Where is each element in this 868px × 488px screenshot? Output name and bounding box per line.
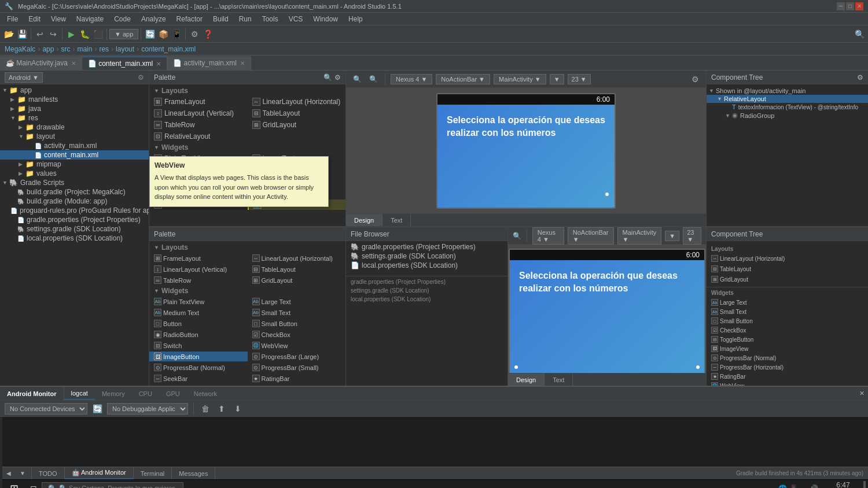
settings-btn[interactable]: ⚙	[689, 73, 701, 86]
toolbar-settings[interactable]: ⚙	[188, 28, 201, 40]
monitor-device-select[interactable]: No Connected Devices	[5, 403, 87, 415]
device-select-2[interactable]: Nexus 4 ▼	[532, 227, 564, 245]
monitor-refresh[interactable]: 🔄	[91, 402, 104, 415]
p2-switch[interactable]: ⊟Switch	[149, 341, 248, 350]
breadcrumb-item-4[interactable]: res	[99, 45, 109, 53]
tab-close-1[interactable]: ✕	[156, 61, 161, 67]
p2-ratingbar[interactable]: ★RatingBar	[248, 374, 346, 383]
tab-close-2[interactable]: ✕	[240, 60, 245, 66]
palette-item-tablelayout[interactable]: ⊟ TableLayout	[248, 108, 346, 119]
toolbar-help[interactable]: ❓	[201, 28, 214, 40]
p2-linearlayout-v[interactable]: ↕LinearLayout (Vertical)	[149, 264, 248, 274]
ct2-progressbar-h[interactable]: ─ProgressBar (Horizontal)	[707, 363, 868, 372]
menu-tools[interactable]: Tools	[258, 14, 283, 24]
fo-settings-gradle[interactable]: 🐘 settings.gradle (SDK Location)	[346, 252, 507, 261]
palette-item-framelayout[interactable]: ⊞ FrameLayout	[149, 97, 248, 107]
design-tab-b[interactable]: Design	[508, 374, 545, 386]
monitor-app-select[interactable]: No Debuggable Applic	[107, 403, 188, 415]
tree-item-proguard[interactable]: 📄 proguard-rules.pro (ProGuard Rules for…	[0, 206, 149, 215]
breadcrumb-item-6[interactable]: content_main.xml	[141, 45, 196, 53]
toolbar-open[interactable]: 📂	[2, 28, 15, 40]
menu-code[interactable]: Code	[109, 14, 135, 24]
tree-item-res[interactable]: ▼ 📁 res	[0, 113, 149, 123]
palette-item-relativelayout[interactable]: ⊡ RelativeLayout	[149, 131, 248, 142]
bottom-tab-todo[interactable]: TODO	[32, 467, 65, 479]
design-tab[interactable]: Design	[346, 214, 382, 227]
toolbar-undo[interactable]: ↩	[34, 28, 46, 40]
p2-tablelayout[interactable]: ⊟TableLayout	[248, 264, 346, 274]
toolbar-avd-manager[interactable]: 📱	[170, 28, 183, 40]
monitor-close[interactable]: ✕	[855, 387, 868, 400]
activity-select[interactable]: MainActivity ▼	[494, 74, 546, 84]
taskbar-icon-android[interactable]: 📱	[789, 485, 798, 489]
text-tab-b[interactable]: Text	[545, 374, 573, 386]
zoom-in-2[interactable]: 🔍	[513, 230, 521, 242]
menu-navigate[interactable]: Navigate	[72, 14, 108, 24]
p2-progressbar-large[interactable]: ⊙ProgressBar (Large)	[248, 352, 346, 361]
monitor-tab-logcat[interactable]: logcat	[64, 387, 95, 400]
bottom-tab-messages[interactable]: Messages	[172, 467, 215, 479]
monitor-tab-memory[interactable]: Memory	[95, 387, 132, 400]
ct2-togglebutton[interactable]: ⊟ToggleButton	[707, 335, 868, 344]
bottom-tab-android-monitor[interactable]: 🤖 Android Monitor	[65, 467, 134, 479]
tree-item-drawable[interactable]: ▶ 📁 drawable	[0, 123, 149, 132]
bottom-tab-terminal[interactable]: Terminal	[134, 467, 172, 479]
p2-checkbox[interactable]: ☑CheckBox	[248, 330, 346, 339]
tab-close-0[interactable]: ✕	[71, 60, 76, 66]
taskbar-icon-cloud[interactable]: ☁	[800, 485, 807, 489]
toolbar-search[interactable]: 🔍	[853, 28, 866, 40]
show-desktop[interactable]	[863, 481, 866, 489]
p2-imagebutton[interactable]: 🖼ImageButton	[149, 352, 248, 361]
project-gear[interactable]: ⚙	[138, 73, 144, 82]
maximize-btn[interactable]: □	[846, 2, 854, 10]
palette2-section-layouts-header[interactable]: ▼Layouts	[149, 242, 345, 253]
breadcrumb-item-5[interactable]: layout	[116, 45, 134, 53]
p2-progressbar-normal[interactable]: ⊙ProgressBar (Normal)	[149, 363, 248, 372]
tree-item-mipmap[interactable]: ▶ 📁 mipmap	[0, 160, 149, 169]
tab-activity-main[interactable]: 📄 activity_main.xml ✕	[167, 56, 251, 70]
menu-analyze[interactable]: Analyze	[137, 14, 171, 24]
ct2-imageview[interactable]: 🖼ImageView	[707, 344, 868, 353]
menu-help[interactable]: Help	[344, 14, 367, 24]
ct2-webview[interactable]: 🌐WebView	[707, 381, 868, 386]
menu-refactor[interactable]: Refactor	[172, 14, 207, 24]
palette-item-gridlayout[interactable]: ⊞ GridLayout	[248, 120, 346, 130]
start-button[interactable]: ⊞	[2, 481, 25, 489]
tree-item-manifests[interactable]: ▶ 📁 manifests	[0, 95, 149, 104]
ct2-linearlayout-h[interactable]: ↔LinearLayout (Horizontal)	[707, 254, 868, 263]
menu-window[interactable]: Window	[308, 14, 343, 24]
ct-gear[interactable]: ⚙	[857, 73, 863, 82]
breadcrumb-item-0[interactable]: MegaKalc	[5, 45, 35, 53]
palette-search-icon[interactable]: 🔍	[323, 73, 332, 82]
toolbar-debug[interactable]: 🐛	[78, 28, 91, 40]
ct2-tablelayout[interactable]: ⊟TableLayout	[707, 264, 868, 273]
minimize-btn[interactable]: ─	[837, 2, 845, 10]
palette-section-layouts-header[interactable]: ▼ Layouts	[149, 86, 345, 96]
android-view-select[interactable]: Android ▼	[5, 72, 43, 83]
tree-item-build-gradle-module[interactable]: 🐘 build.gradle (Module: app)	[0, 197, 149, 206]
ct2-small-button[interactable]: □Small Button	[707, 316, 868, 326]
p2-tablerow[interactable]: ═TableRow	[149, 275, 248, 285]
theme-select[interactable]: NoActionBar ▼	[436, 74, 490, 84]
palette-item-linearlayout-h[interactable]: ↔ LinearLayout (Horizontal)	[248, 97, 346, 107]
p2-button[interactable]: □Button	[149, 319, 248, 328]
tree-item-values[interactable]: ▶ 📁 values	[0, 169, 149, 178]
toolbar-stop[interactable]: ⬛	[91, 28, 104, 40]
bottom-toggle[interactable]: ▼	[16, 467, 29, 480]
text-tab[interactable]: Text	[382, 214, 411, 227]
p2-medium-text[interactable]: AbMedium Text	[149, 308, 248, 317]
monitor-tab-cpu[interactable]: CPU	[132, 387, 159, 400]
taskbar-icon-sound[interactable]: 🔊	[810, 485, 818, 489]
device-select[interactable]: Nexus 4 ▼	[391, 74, 432, 84]
breadcrumb-item-1[interactable]: app	[42, 45, 54, 53]
tree-item-local-props[interactable]: 📄 local.properties (SDK Location)	[0, 234, 149, 243]
menu-vcs[interactable]: VCS	[284, 14, 308, 24]
zoom-in[interactable]: 🔍	[351, 73, 363, 86]
menu-run[interactable]: Run	[234, 14, 256, 24]
palette2-section-widgets-header[interactable]: ▼Widgets	[149, 286, 345, 296]
ct2-checkbox[interactable]: ☑CheckBox	[707, 326, 868, 335]
fo-local-props[interactable]: 📄 local.properties (SDK Location)	[346, 261, 507, 270]
breadcrumb-item-2[interactable]: src	[61, 45, 70, 53]
p2-large-text[interactable]: AbLarge Text	[248, 297, 346, 306]
p2-linearlayout-h[interactable]: ↔LinearLayout (Horizontal)	[248, 253, 346, 263]
